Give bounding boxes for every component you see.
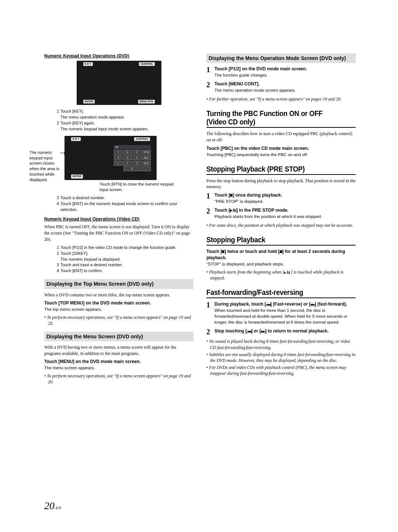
- body-text: With a DVD having two or more menus, a m…: [44, 344, 193, 357]
- step-text: Touch a desired number.: [60, 195, 105, 200]
- step-text: Touch [10KEY].: [60, 251, 88, 256]
- skip-fwd-icon: [261, 328, 265, 334]
- t: ] in the PRE STOP mode.: [236, 208, 289, 213]
- keypad-ent: ENT: [142, 161, 151, 166]
- shot-menurtn-button: MENU RTN: [138, 100, 155, 103]
- note-list: For further operation, see "If a menu sc…: [206, 96, 356, 102]
- right-column: Displaying the Menu Operation Mode Scree…: [206, 53, 356, 386]
- keypad-3: 3: [133, 161, 142, 166]
- keypad-blank: [142, 166, 151, 171]
- note-item: No sound is played back during 8 times f…: [206, 338, 356, 350]
- section-ff: Fast-forwarding/Fast-reversing: [206, 288, 344, 297]
- screenshot-menu-mode: K E Y CONTROL ENTER MENU RTN: [77, 61, 161, 105]
- note-list: No sound is played back during 8 times f…: [206, 338, 356, 376]
- play-icon: [230, 209, 233, 212]
- step-text: Touch [ENT] on the numeric keypad mode s…: [60, 201, 177, 212]
- manual-page: Numeric Keypad Input Operations (DVD) K …: [0, 0, 398, 532]
- step-sub: The menu operation mode appears.: [60, 115, 125, 119]
- body-text: When a DVD contains two or more titles, …: [44, 292, 193, 298]
- keypad-del: DEL: [142, 155, 151, 160]
- keypad-5: 5: [123, 155, 132, 160]
- step-text: Touch [ENT] to confirm.: [60, 268, 103, 273]
- shot-enter-button: ENTER: [83, 100, 95, 103]
- shot-control-button: CONTROL: [139, 62, 155, 66]
- keypad-6: 6: [133, 155, 142, 160]
- heading-keypad-vcd: Numeric Keypad Input Operations (Video C…: [44, 216, 193, 222]
- numeric-keypad: 12 7 8 9 RTN 4 5 6 DEL 1 2 3: [114, 145, 151, 171]
- heading-menuscreen: Displaying the Menu Screen (DVD only): [44, 332, 193, 341]
- note-list: To perform necessary operations, see "If…: [44, 314, 193, 326]
- body-text: The following describes how to turn a vi…: [206, 131, 356, 143]
- step-number: 1: [206, 301, 212, 325]
- keypad-0: 0: [123, 166, 142, 171]
- keypad-rtn: RTN: [142, 150, 151, 155]
- pause-icon: [287, 271, 289, 274]
- side-note: The numeric keypad input screen closes w…: [29, 150, 60, 183]
- step-number: 1: [206, 66, 212, 78]
- t: Stop touching [: [214, 328, 247, 334]
- note-item: To perform necessary operations, see "If…: [44, 314, 193, 326]
- note-item: To perform necessary operations, see "If…: [44, 373, 193, 385]
- note-item: For DVDs and video CDs with playback con…: [206, 364, 356, 376]
- shot-control-button: CONTROL: [134, 137, 150, 141]
- rule: [206, 297, 356, 298]
- step-number: 2: [206, 81, 212, 93]
- skip-fwd-icon: [311, 302, 315, 307]
- heading-keypad-dvd: Numeric Keypad Input Operations (DVD): [44, 53, 193, 59]
- t: ] (Fast-reverse) or [: [270, 302, 310, 307]
- step-sub: Playback starts from the position at whi…: [214, 214, 322, 219]
- heading-menumode: Displaying the Menu Operation Mode Scree…: [206, 53, 356, 63]
- section-prestop: Stopping Playback (PRE STOP): [206, 165, 344, 173]
- step-bold: Touch [P1/2] on the DVD mode main screen…: [214, 66, 307, 71]
- rule: [206, 174, 356, 175]
- note-item: For some discs, the position at which pl…: [206, 222, 356, 228]
- rule: [206, 245, 356, 246]
- step-bold: Touch [MENU CONT].: [214, 81, 259, 87]
- t: Playback starts from the beginning when …: [209, 269, 284, 275]
- instruction-bold: Touch [MENU] on the DVD mode main screen…: [44, 359, 193, 365]
- note-list: To perform necessary operations, see "If…: [44, 373, 193, 385]
- t: Touch [: [214, 193, 230, 198]
- step-text: Touch and input a desired number.: [60, 263, 123, 267]
- note-item: Playback starts from the beginning when …: [206, 269, 356, 281]
- t: ] once during playback.: [233, 193, 282, 198]
- keypad-9: 9: [133, 150, 142, 155]
- t: Touch [: [214, 208, 230, 213]
- step-text: Touch [KEY].: [60, 109, 84, 113]
- step-sub: When touched and held for more than 1 se…: [214, 308, 348, 324]
- t: ] or [: [251, 328, 261, 334]
- keypad-2: 2: [123, 161, 132, 166]
- t: During playback, touch [: [214, 302, 266, 307]
- page-number: 20-EN: [44, 500, 61, 512]
- page-number-suffix: -EN: [55, 505, 61, 510]
- steps-keypad-1: 1Touch [KEY]. The menu operation mode ap…: [55, 109, 193, 132]
- keypad-8: 8: [123, 150, 132, 155]
- steps-keypad-2: 3Touch a desired number. 4Touch [ENT] on…: [55, 195, 193, 213]
- step-sub: "PRE STOP" is displayed.: [214, 199, 263, 204]
- heading-topmenu: Displaying the Top Menu Screen (DVD only…: [44, 279, 193, 289]
- step-sub: The menu operation mode screen appears.: [214, 88, 296, 92]
- step-number: 1: [206, 192, 212, 204]
- step-sub: The numeric keypad input mode screen app…: [60, 127, 149, 131]
- note-item: For further operation, see "If a menu sc…: [206, 96, 356, 102]
- keypad-4: 4: [114, 155, 123, 160]
- play-icon: [284, 272, 286, 274]
- screenshot-keypad: K E Y CONTROL ENTER 12 7 8 9 RTN 4 5 6: [64, 136, 157, 180]
- step-text: Touch [P1/2] in the video CD mode to cha…: [60, 245, 176, 250]
- note-list: For some discs, the position at which pl…: [206, 222, 356, 228]
- instruction-bold: Touch [] twice or touch and hold [] for …: [206, 249, 356, 261]
- left-column: Numeric Keypad Input Operations (DVD) K …: [44, 53, 193, 386]
- stop-icon: [280, 250, 282, 253]
- instruction-bold: Touch [PBC] on the video CD mode main sc…: [206, 145, 356, 152]
- skip-back-icon: [247, 328, 251, 334]
- rtn-note: Touch [RTN] to close the numeric keypad …: [100, 182, 181, 193]
- steps-vcd: 1Touch [P1/2] in the video CD mode to ch…: [55, 245, 193, 274]
- note-list: Playback starts from the beginning when …: [206, 269, 356, 281]
- step-number: 2: [206, 207, 212, 219]
- keypad-display: 12: [114, 145, 151, 149]
- shot-key-button: K E Y: [71, 137, 81, 141]
- rule: [206, 127, 356, 128]
- body-text: When PBC is turned OFF, the menu screen …: [44, 224, 193, 242]
- step-text: Touch [KEY] again.: [60, 121, 95, 125]
- instruction-sub: Touching [PBC] sequentially turns the PB…: [206, 152, 356, 158]
